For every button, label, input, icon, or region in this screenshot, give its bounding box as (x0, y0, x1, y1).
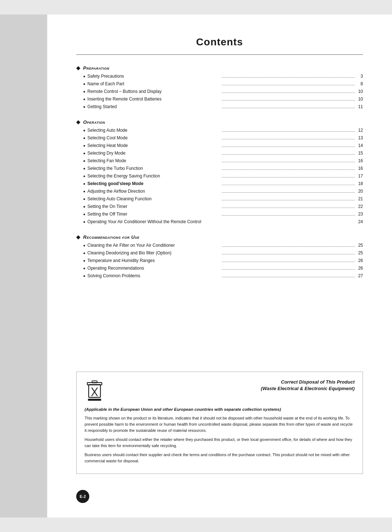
toc-item-text: Safety Precautions (87, 73, 221, 79)
toc-page: 25 (356, 250, 363, 256)
toc-page: 15 (356, 150, 363, 156)
list-item: Remote Control – Buttons and Display 10 (83, 88, 363, 95)
toc-page: 26 (356, 257, 363, 264)
toc-item-text: Remote Control – Buttons and Display (87, 88, 221, 95)
list-item: Operating Your Air Conditioner Without t… (83, 218, 363, 225)
toc-dots (222, 200, 355, 200)
toc-items-operation: Selecting Auto Mode 12 Selecting Cool Mo… (76, 127, 363, 225)
page-title: Contents (76, 36, 363, 48)
toc-item-text: Selecting Dry Mode (87, 150, 221, 156)
list-item: Temperature and Humidity Ranges 26 (83, 257, 363, 264)
toc-item-text: Selecting Heat Mode (87, 142, 221, 149)
toc-dots (222, 85, 355, 85)
toc-page: 12 (356, 127, 363, 134)
toc-dots (222, 147, 355, 147)
toc-item-text: Selecting Cool Mode (87, 135, 221, 141)
toc-dots (222, 269, 355, 270)
toc-dots (222, 77, 355, 78)
list-item: Selecting Dry Mode 15 (83, 150, 363, 156)
list-item: Selecting the Energy Saving Function 17 (83, 173, 363, 179)
disposal-paragraph1: This marking shown on the product or its… (85, 415, 355, 434)
toc-page: 14 (356, 142, 363, 149)
toc-item-text: Solving Common Problems (87, 273, 221, 279)
list-item: Operating Recommendations 26 (83, 265, 363, 271)
disposal-title-line1: Correct Disposal of This Product (113, 378, 355, 386)
toc-page: 10 (356, 88, 363, 95)
toc-page: 18 (356, 180, 363, 187)
list-item: Cleaning the Air Filter on Your Air Cond… (83, 242, 363, 249)
toc-dots (222, 139, 355, 139)
toc-item-text: Getting Started (87, 103, 221, 110)
disposal-header: Correct Disposal of This Product (Waste … (85, 378, 355, 402)
toc-page: 13 (356, 135, 363, 141)
toc-page: 17 (356, 173, 363, 179)
disposal-title-block: Correct Disposal of This Product (Waste … (113, 378, 355, 392)
toc-dots (222, 108, 355, 108)
toc-item-text: Selecting the Energy Saving Function (87, 173, 221, 179)
list-item: Adjusting the Airflow Direction 20 (83, 188, 363, 195)
disposal-title-line2: (Waste Electrical & Electronic Equipment… (113, 386, 355, 391)
weee-icon (85, 378, 105, 402)
disposal-box: Correct Disposal of This Product (Waste … (76, 372, 363, 474)
toc-dots (222, 192, 355, 193)
toc-dots (222, 185, 355, 185)
left-sidebar (0, 15, 47, 517)
toc-page: 23 (356, 211, 363, 217)
toc-item-text-special: Selecting good'sleep Mode (87, 180, 221, 187)
section-label-operation: Operation (83, 119, 105, 125)
toc-heading-preparation: ◆ Preparation (76, 65, 363, 71)
toc-dots (222, 215, 355, 216)
svg-rect-0 (89, 384, 101, 397)
main-content: Contents ◆ Preparation Safety Precaution… (47, 15, 392, 517)
toc-page: 10 (356, 96, 363, 102)
toc-page-nodots: 24 (358, 218, 363, 225)
title-divider (76, 54, 363, 55)
toc-item-text: Adjusting the Airflow Direction (87, 188, 221, 195)
list-item: Solving Common Problems 27 (83, 273, 363, 279)
list-item: Name of Each Part 8 (83, 81, 363, 87)
disposal-paragraph3: Business users should contact their supp… (85, 452, 355, 464)
toc-page: 11 (356, 103, 363, 110)
toc-dots (222, 262, 355, 262)
toc-items-recommendations: Cleaning the Air Filter on Your Air Cond… (76, 242, 363, 279)
list-item: Selecting good'sleep Mode 18 (83, 180, 363, 187)
list-item: Selecting Fan Mode 16 (83, 157, 363, 164)
toc-page: 25 (356, 242, 363, 249)
disposal-paragraph2: Household users should contact either th… (85, 437, 355, 449)
toc-item-text: Selecting Auto Cleaning Function (87, 196, 221, 202)
toc-item-text: Name of Each Part (87, 81, 221, 87)
toc-item-text: Selecting Fan Mode (87, 157, 221, 164)
toc-item-text: Temperature and Humidity Ranges (87, 257, 221, 264)
svg-rect-2 (92, 381, 97, 383)
toc-dots (222, 277, 355, 277)
list-item: Selecting Auto Cleaning Function 21 (83, 196, 363, 202)
diamond-icon: ◆ (76, 234, 80, 240)
section-label-recommendations: Recommendations for Use (83, 234, 139, 240)
toc-page: 16 (356, 157, 363, 164)
toc-dots (222, 131, 355, 132)
toc-item-text: Cleaning Deodorizing and Bio filter (Opt… (87, 250, 221, 256)
toc-dots (222, 154, 355, 155)
toc-item-text: Operating Your Air Conditioner Without t… (87, 218, 355, 225)
svg-rect-5 (88, 398, 101, 401)
toc-item-text: Operating Recommendations (87, 265, 221, 271)
toc-dots (222, 177, 355, 177)
toc-item-text: Setting the Off Timer (87, 211, 221, 217)
toc-item-text: Cleaning the Air Filter on Your Air Cond… (87, 242, 221, 249)
list-item: Cleaning Deodorizing and Bio filter (Opt… (83, 250, 363, 256)
toc-page: 26 (356, 265, 363, 271)
list-item: Setting the On Timer 22 (83, 203, 363, 210)
page-number-badge: E-2 (76, 490, 89, 503)
toc-dots (222, 246, 355, 247)
list-item: Inserting the Remote Control Batteries 1… (83, 96, 363, 102)
toc-item-text: Selecting Auto Mode (87, 127, 221, 134)
toc-heading-operation: ◆ Operation (76, 119, 363, 125)
diamond-icon: ◆ (76, 65, 80, 71)
toc-page: 3 (356, 73, 363, 79)
toc-page: 27 (356, 273, 363, 279)
toc-dots (222, 208, 355, 208)
list-item: Selecting the Turbo Function 16 (83, 165, 363, 172)
toc-items-preparation: Safety Precautions 3 Name of Each Part 8… (76, 73, 363, 110)
toc-dots (222, 254, 355, 254)
toc-dots (222, 100, 355, 101)
